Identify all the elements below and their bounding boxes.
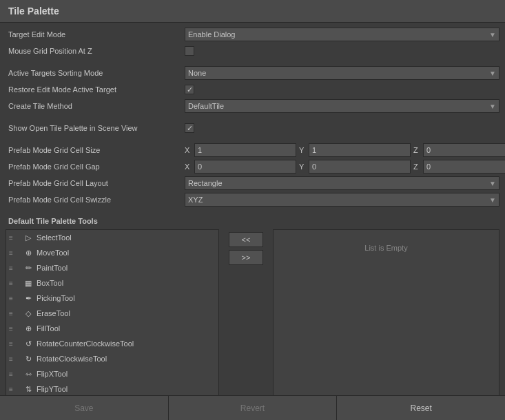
show-palette-label: Show Open Tile Palette in Scene View <box>6 124 185 132</box>
mouse-grid-label: Mouse Grid Position At Z <box>6 47 185 55</box>
tools-controls: << >> <box>222 229 270 395</box>
prefab-cell-size-y-input[interactable] <box>309 143 411 157</box>
tool-icon: ↺ <box>23 339 34 348</box>
prefab-cell-layout-dropdown-text: Rectangle <box>188 179 223 187</box>
create-tile-dropdown-arrow: ▼ <box>489 103 496 110</box>
tool-icon: ⇿ <box>23 370 34 379</box>
restore-edit-checkbox[interactable] <box>185 85 194 94</box>
tool-item[interactable]: ≡ ✒ PickingTool <box>6 291 218 306</box>
tool-item[interactable]: ≡ ↻ RotateClockwiseTool <box>6 351 218 366</box>
separator-4 <box>6 209 499 214</box>
active-targets-row: Active Targets Sorting Mode None ▼ <box>6 65 499 81</box>
move-left-button[interactable]: << <box>229 232 263 247</box>
window-title: Tile Palette <box>8 6 497 17</box>
active-targets-value: None ▼ <box>185 66 499 80</box>
tool-icon: ✏ <box>23 264 34 273</box>
prefab-cell-swizzle-dropdown-arrow: ▼ <box>489 196 496 204</box>
target-edit-mode-dropdown-text: Enable Dialog <box>188 30 236 39</box>
tool-name: FillTool <box>37 324 60 333</box>
tool-item[interactable]: ≡ ⇿ FlipXTool <box>6 366 218 381</box>
create-tile-dropdown-text: DefaultTile <box>188 102 224 110</box>
tool-drag-handle: ≡ <box>9 370 20 378</box>
prefab-cell-gap-y-field: Y <box>299 160 411 174</box>
tool-item[interactable]: ≡ ⊕ FillTool <box>6 321 218 336</box>
active-targets-dropdown-arrow: ▼ <box>489 70 496 77</box>
tool-icon: ✒ <box>23 294 34 303</box>
tool-name: RotateClockwiseTool <box>37 355 107 363</box>
prefab-cell-size-z-input[interactable] <box>423 143 505 157</box>
prefab-cell-gap-x-field: X <box>185 160 296 174</box>
show-palette-checkbox-wrapper <box>185 123 499 133</box>
mouse-grid-checkbox-wrapper <box>185 46 499 56</box>
prefab-cell-swizzle-label: Prefab Mode Grid Cell Swizzle <box>6 196 185 204</box>
prefab-cell-swizzle-dropdown[interactable]: XYZ ▼ <box>185 193 499 207</box>
tool-drag-handle: ≡ <box>9 234 20 242</box>
create-tile-row: Create Tile Method DefaultTile ▼ <box>6 98 499 114</box>
save-button[interactable]: Save <box>0 396 169 420</box>
show-palette-checkbox[interactable] <box>185 123 194 133</box>
tool-name: SelectTool <box>37 233 72 242</box>
create-tile-label: Create Tile Method <box>6 102 185 110</box>
prefab-cell-size-label: Prefab Mode Grid Cell Size <box>6 146 185 154</box>
prefab-cell-gap-z-field: Z <box>413 160 505 174</box>
tool-drag-handle: ≡ <box>9 280 20 287</box>
prefab-cell-layout-value: Rectangle ▼ <box>185 176 499 190</box>
target-edit-mode-value: Enable Dialog ▼ <box>185 28 499 41</box>
prefab-cell-swizzle-value: XYZ ▼ <box>185 193 499 207</box>
tool-icon: ▷ <box>23 233 34 242</box>
prefab-cell-layout-dropdown-arrow: ▼ <box>489 180 496 187</box>
title-bar: Tile Palette <box>0 0 505 23</box>
tool-name: RotateCounterClockwiseTool <box>37 339 134 348</box>
tool-name: PaintTool <box>37 264 68 272</box>
separator-2 <box>6 115 499 120</box>
prefab-cell-gap-value: X Y Z <box>185 160 505 174</box>
revert-button[interactable]: Revert <box>169 396 338 420</box>
empty-list-label: List is Empty <box>364 244 407 252</box>
tools-section-label: Default Tile Palette Tools <box>6 214 499 227</box>
tool-item[interactable]: ≡ ↺ RotateCounterClockwiseTool <box>6 336 218 351</box>
prefab-cell-gap-x-label: X <box>185 162 193 171</box>
empty-panel: List is Empty <box>273 229 499 395</box>
prefab-cell-gap-x-input[interactable] <box>194 160 296 174</box>
tool-drag-handle: ≡ <box>9 249 20 257</box>
mouse-grid-row: Mouse Grid Position At Z <box>6 43 499 59</box>
move-right-button[interactable]: >> <box>229 250 263 265</box>
prefab-cell-gap-y-input[interactable] <box>309 160 411 174</box>
prefab-cell-layout-row: Prefab Mode Grid Cell Layout Rectangle ▼ <box>6 176 499 191</box>
separator-1 <box>6 60 499 65</box>
tool-drag-handle: ≡ <box>9 386 20 393</box>
prefab-cell-swizzle-row: Prefab Mode Grid Cell Swizzle XYZ ▼ <box>6 192 499 207</box>
prefab-cell-gap-xyz: X Y Z <box>185 160 505 174</box>
prefab-cell-size-x-input[interactable] <box>194 143 296 157</box>
tile-palette-window: Tile Palette Target Edit Mode Enable Dia… <box>0 0 505 420</box>
prefab-cell-swizzle-dropdown-text: XYZ <box>188 196 203 204</box>
tools-list: ≡ ▷ SelectTool ≡ ⊕ MoveTool ≡ ✏ PaintToo… <box>6 229 219 395</box>
tool-item[interactable]: ≡ ◇ EraseTool <box>6 306 218 321</box>
tool-item[interactable]: ≡ ✏ PaintTool <box>6 260 218 275</box>
tool-icon: ↻ <box>23 355 34 364</box>
tool-item[interactable]: ≡ ⊕ MoveTool <box>6 245 218 260</box>
create-tile-dropdown[interactable]: DefaultTile ▼ <box>185 99 499 113</box>
tool-item[interactable]: ≡ ⇅ FlipYTool <box>6 381 218 395</box>
tool-drag-handle: ≡ <box>9 264 20 272</box>
tool-item[interactable]: ≡ ▦ BoxTool <box>6 275 218 291</box>
prefab-cell-gap-z-label: Z <box>413 162 422 171</box>
reset-button[interactable]: Reset <box>337 396 505 420</box>
tool-icon: ▦ <box>23 279 34 288</box>
prefab-cell-layout-dropdown[interactable]: Rectangle ▼ <box>185 176 499 190</box>
tool-name: PickingTool <box>37 294 75 302</box>
active-targets-dropdown[interactable]: None ▼ <box>185 66 499 80</box>
tools-area: ≡ ▷ SelectTool ≡ ⊕ MoveTool ≡ ✏ PaintToo… <box>6 229 499 395</box>
show-palette-row: Show Open Tile Palette in Scene View <box>6 120 499 136</box>
tool-name: MoveTool <box>37 249 69 257</box>
mouse-grid-checkbox[interactable] <box>185 46 194 56</box>
target-edit-mode-dropdown[interactable]: Enable Dialog ▼ <box>185 28 499 41</box>
target-edit-mode-row: Target Edit Mode Enable Dialog ▼ <box>6 27 499 42</box>
tool-name: FlipYTool <box>37 385 68 393</box>
tool-item[interactable]: ≡ ▷ SelectTool <box>6 230 218 245</box>
prefab-cell-gap-y-label: Y <box>299 162 307 171</box>
active-targets-dropdown-text: None <box>188 69 206 77</box>
tool-drag-handle: ≡ <box>9 355 20 363</box>
prefab-cell-size-y-label: Y <box>299 146 307 154</box>
prefab-cell-gap-z-input[interactable] <box>423 160 505 174</box>
